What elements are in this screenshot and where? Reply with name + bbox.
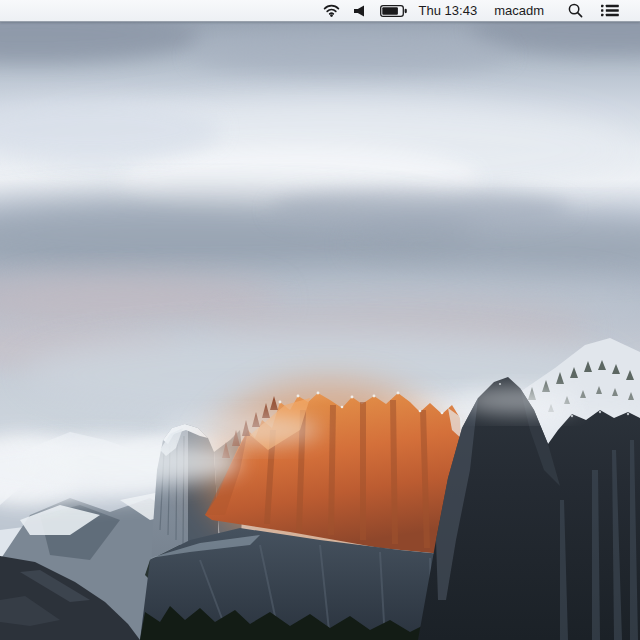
user-menu-extra[interactable]: macadm (494, 0, 544, 22)
clock-menu-extra[interactable]: Thu 13:43 (419, 0, 478, 22)
spotlight-menu-extra[interactable] (568, 0, 583, 22)
menu-bar: Thu 13:43 macadm (0, 0, 640, 22)
battery-icon (380, 5, 407, 17)
wallpaper-image (0, 0, 640, 640)
notification-center-menu-extra[interactable] (601, 0, 619, 22)
menu-bar-clock: Thu 13:43 (419, 0, 478, 22)
menu-bar-username: macadm (494, 0, 544, 22)
desktop[interactable]: Thu 13:43 macadm (0, 0, 640, 640)
battery-menu-extra[interactable] (380, 0, 407, 22)
notification-center-icon (601, 4, 619, 17)
volume-menu-extra[interactable] (354, 0, 365, 22)
wifi-icon (323, 4, 340, 17)
volume-icon (354, 5, 365, 17)
spotlight-search-icon (568, 3, 583, 18)
wifi-menu-extra[interactable] (323, 0, 340, 22)
